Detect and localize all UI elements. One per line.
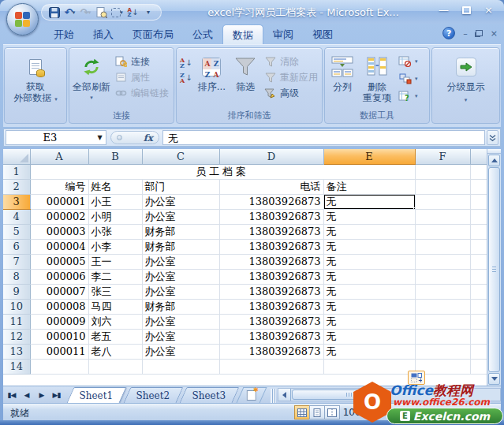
sort-za-button[interactable]: ZA↓ — [178, 71, 194, 84]
next-sheet-icon[interactable]: ▶ — [35, 389, 48, 401]
row-header-11[interactable]: 11 — [3, 314, 30, 329]
cell-A8[interactable]: 000006 — [30, 269, 88, 284]
row-header-13[interactable]: 13 — [3, 344, 30, 359]
outline-button[interactable]: 分级显示 ▾ — [434, 50, 498, 112]
cell-C5[interactable]: 财务部 — [142, 224, 219, 239]
cell-A7[interactable]: 000005 — [30, 254, 88, 269]
cell-A14[interactable] — [30, 359, 88, 374]
insert-worksheet-button[interactable] — [236, 387, 267, 403]
cell-B5[interactable]: 小张 — [88, 224, 142, 239]
insert-function-button[interactable]: fx — [110, 131, 159, 144]
row-header-7[interactable]: 7 — [3, 254, 30, 269]
workbook-minimize-icon[interactable]: – — [463, 29, 468, 38]
row-header-14[interactable]: 14 — [3, 359, 30, 374]
cell-D5[interactable]: 13803926873 — [219, 224, 323, 239]
cell-E3[interactable]: 无 — [323, 194, 415, 209]
cell-E12[interactable]: 无 — [323, 329, 415, 344]
cell-B10[interactable]: 马四 — [88, 299, 142, 314]
cell-sheet-title[interactable]: 员工档案 — [30, 164, 415, 179]
properties-button[interactable]: 属性 — [112, 70, 171, 84]
cell-D10[interactable]: 13803926873 — [219, 299, 323, 314]
cell-D14[interactable] — [219, 359, 323, 374]
cell-B4[interactable]: 小明 — [88, 209, 142, 224]
cell-D2-header[interactable]: 电话 — [219, 179, 323, 194]
cell-F1[interactable] — [415, 164, 470, 179]
column-header-F[interactable]: F — [415, 149, 470, 164]
cell-F10[interactable] — [415, 299, 470, 314]
cell-F2[interactable] — [415, 179, 470, 194]
cell-D11[interactable]: 13803926873 — [219, 314, 323, 329]
undo-icon[interactable]: ↶▾ — [63, 6, 77, 19]
row-header-3[interactable]: 3 — [3, 194, 30, 209]
tab-data[interactable]: 数据 — [222, 24, 263, 44]
tab-review[interactable]: 审阅 — [263, 24, 303, 44]
previous-sheet-icon[interactable]: ◀ — [20, 389, 33, 401]
cell-C3[interactable]: 办公室 — [142, 194, 219, 209]
horizontal-scroll-thumb[interactable] — [292, 390, 385, 400]
maximize-button[interactable] — [462, 6, 471, 14]
connections-button[interactable]: 连接 — [112, 54, 171, 69]
cell-E6[interactable]: 无 — [323, 239, 415, 254]
cell-D7[interactable]: 13803926873 — [219, 254, 323, 269]
clear-filter-button[interactable]: 清除 — [261, 54, 320, 69]
cell-A5[interactable]: 000003 — [30, 224, 88, 239]
sheet-tab-sheet1[interactable]: Sheet1 — [67, 387, 127, 403]
cell-F8[interactable] — [415, 269, 470, 284]
cell-A2-header[interactable]: 编号 — [30, 179, 88, 194]
office-button[interactable] — [6, 3, 39, 35]
cell-F9[interactable] — [415, 284, 470, 299]
normal-view-button[interactable] — [294, 405, 310, 419]
cell-E11[interactable]: 无 — [323, 314, 415, 329]
row-header-2[interactable]: 2 — [3, 179, 30, 194]
vertical-split-handle[interactable] — [487, 149, 501, 154]
column-header-D[interactable]: D — [219, 149, 323, 164]
sort-ascending-icon[interactable]: AZ↓ — [126, 6, 140, 19]
cell-D3[interactable]: 13803926873 — [219, 194, 323, 209]
row-header-8[interactable]: 8 — [3, 269, 30, 284]
cell-A12[interactable]: 000010 — [30, 329, 88, 344]
tab-insert[interactable]: 插入 — [84, 24, 123, 44]
cell-B12[interactable]: 老五 — [88, 329, 142, 344]
name-box[interactable]: E3 ▼ — [6, 130, 106, 145]
tab-formulas[interactable]: 公式 — [183, 24, 222, 44]
cell-A10[interactable]: 000008 — [30, 299, 88, 314]
cell-C14[interactable] — [142, 359, 219, 374]
workbook-close-icon[interactable]: × — [491, 29, 498, 38]
help-icon[interactable]: ? — [442, 27, 455, 39]
cell-B9[interactable]: 张三 — [88, 284, 142, 299]
remove-duplicates-button[interactable]: 删除 重复项 — [358, 50, 396, 112]
text-to-columns-button[interactable]: 分列 — [327, 50, 358, 112]
cell-E7[interactable]: 无 — [323, 254, 415, 269]
cell-C6[interactable]: 财务部 — [142, 239, 219, 254]
redo-icon[interactable]: ↷▾ — [79, 6, 92, 19]
what-if-analysis-button[interactable]: ? ▾ — [396, 89, 420, 103]
cell-C8[interactable]: 办公室 — [142, 269, 219, 284]
cell-C7[interactable]: 办公室 — [142, 254, 219, 269]
cell-F11[interactable] — [415, 314, 470, 329]
select-all-corner[interactable] — [3, 149, 30, 164]
first-sheet-icon[interactable]: ▮◀ — [5, 389, 18, 401]
cell-B8[interactable]: 李二 — [88, 269, 142, 284]
cell-E14[interactable] — [323, 359, 415, 374]
cell-A3[interactable]: 000001 — [30, 194, 88, 209]
page-layout-view-button[interactable] — [309, 405, 325, 419]
row-header-12[interactable]: 12 — [3, 329, 30, 344]
insert-options-smart-tag[interactable]: + — [408, 371, 425, 385]
refresh-all-button[interactable]: 全部刷新 ▾ — [71, 50, 112, 112]
cell-F12[interactable] — [415, 329, 470, 344]
row-header-9[interactable]: 9 — [3, 284, 30, 299]
cell-A4[interactable]: 000002 — [30, 209, 88, 224]
cell-F6[interactable] — [415, 239, 470, 254]
page-break-view-button[interactable] — [324, 405, 340, 419]
cell-F7[interactable] — [415, 254, 470, 269]
cell-C13[interactable]: 办公室 — [142, 344, 219, 359]
data-validation-button[interactable]: ▾ — [396, 54, 420, 69]
name-box-dropdown-icon[interactable]: ▼ — [94, 134, 106, 141]
qat-more-icon[interactable]: ▾ — [142, 6, 155, 19]
expand-formula-bar-icon[interactable] — [487, 130, 498, 145]
cell-D4[interactable]: 13803926873 — [219, 209, 323, 224]
cell-E8[interactable]: 无 — [323, 269, 415, 284]
minimize-button[interactable]: — — [439, 5, 449, 16]
cell-D13[interactable]: 13803926873 — [219, 344, 323, 359]
cell-B14[interactable] — [88, 359, 142, 374]
